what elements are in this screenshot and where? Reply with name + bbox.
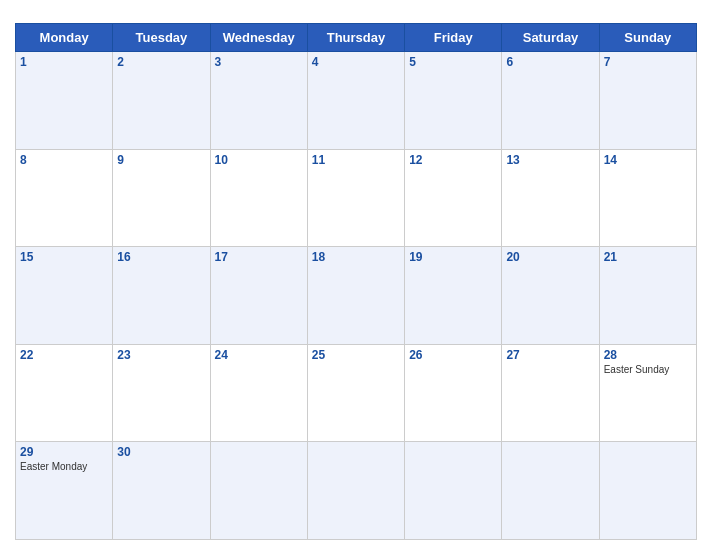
- day-cell: 8: [16, 149, 113, 247]
- day-cell: 14: [599, 149, 696, 247]
- day-number: 8: [20, 153, 108, 167]
- day-number: 11: [312, 153, 400, 167]
- day-number: 13: [506, 153, 594, 167]
- day-cell: [210, 442, 307, 540]
- day-cell: 19: [405, 247, 502, 345]
- day-cell: 22: [16, 344, 113, 442]
- weekday-header-sunday: Sunday: [599, 24, 696, 52]
- weekday-header-thursday: Thursday: [307, 24, 404, 52]
- week-row-1: 1234567: [16, 52, 697, 150]
- day-event: Easter Monday: [20, 461, 108, 472]
- day-number: 24: [215, 348, 303, 362]
- day-number: 21: [604, 250, 692, 264]
- day-number: 15: [20, 250, 108, 264]
- day-number: 30: [117, 445, 205, 459]
- day-number: 2: [117, 55, 205, 69]
- day-cell: 7: [599, 52, 696, 150]
- week-row-4: 22232425262728Easter Sunday: [16, 344, 697, 442]
- day-number: 6: [506, 55, 594, 69]
- day-number: 23: [117, 348, 205, 362]
- day-number: 9: [117, 153, 205, 167]
- day-number: 25: [312, 348, 400, 362]
- day-cell: 5: [405, 52, 502, 150]
- day-cell: 18: [307, 247, 404, 345]
- day-number: 14: [604, 153, 692, 167]
- day-number: 28: [604, 348, 692, 362]
- calendar-page: MondayTuesdayWednesdayThursdayFridaySatu…: [0, 0, 712, 550]
- day-cell: 24: [210, 344, 307, 442]
- day-number: 10: [215, 153, 303, 167]
- day-cell: 1: [16, 52, 113, 150]
- day-number: 7: [604, 55, 692, 69]
- day-number: 5: [409, 55, 497, 69]
- day-cell: 15: [16, 247, 113, 345]
- weekday-header-monday: Monday: [16, 24, 113, 52]
- day-number: 1: [20, 55, 108, 69]
- day-cell: 11: [307, 149, 404, 247]
- week-row-3: 15161718192021: [16, 247, 697, 345]
- calendar-table: MondayTuesdayWednesdayThursdayFridaySatu…: [15, 23, 697, 540]
- day-cell: 6: [502, 52, 599, 150]
- day-cell: 28Easter Sunday: [599, 344, 696, 442]
- weekday-header-row: MondayTuesdayWednesdayThursdayFridaySatu…: [16, 24, 697, 52]
- day-cell: 10: [210, 149, 307, 247]
- day-number: 19: [409, 250, 497, 264]
- day-cell: 3: [210, 52, 307, 150]
- day-number: 4: [312, 55, 400, 69]
- day-number: 17: [215, 250, 303, 264]
- weekday-header-wednesday: Wednesday: [210, 24, 307, 52]
- day-cell: 13: [502, 149, 599, 247]
- weekday-header-friday: Friday: [405, 24, 502, 52]
- day-number: 27: [506, 348, 594, 362]
- day-cell: 27: [502, 344, 599, 442]
- day-cell: 2: [113, 52, 210, 150]
- day-cell: 26: [405, 344, 502, 442]
- day-cell: 23: [113, 344, 210, 442]
- day-cell: 16: [113, 247, 210, 345]
- day-number: 20: [506, 250, 594, 264]
- day-cell: [599, 442, 696, 540]
- day-cell: 29Easter Monday: [16, 442, 113, 540]
- day-cell: 12: [405, 149, 502, 247]
- day-cell: 25: [307, 344, 404, 442]
- day-cell: 21: [599, 247, 696, 345]
- weekday-header-tuesday: Tuesday: [113, 24, 210, 52]
- day-number: 22: [20, 348, 108, 362]
- day-cell: [502, 442, 599, 540]
- calendar-header: [15, 10, 697, 23]
- day-event: Easter Sunday: [604, 364, 692, 375]
- day-number: 16: [117, 250, 205, 264]
- week-row-2: 891011121314: [16, 149, 697, 247]
- day-cell: [405, 442, 502, 540]
- day-number: 26: [409, 348, 497, 362]
- day-number: 12: [409, 153, 497, 167]
- day-number: 3: [215, 55, 303, 69]
- day-cell: [307, 442, 404, 540]
- day-cell: 20: [502, 247, 599, 345]
- day-cell: 9: [113, 149, 210, 247]
- week-row-5: 29Easter Monday30: [16, 442, 697, 540]
- day-cell: 17: [210, 247, 307, 345]
- day-cell: 4: [307, 52, 404, 150]
- day-cell: 30: [113, 442, 210, 540]
- day-number: 18: [312, 250, 400, 264]
- weekday-header-saturday: Saturday: [502, 24, 599, 52]
- day-number: 29: [20, 445, 108, 459]
